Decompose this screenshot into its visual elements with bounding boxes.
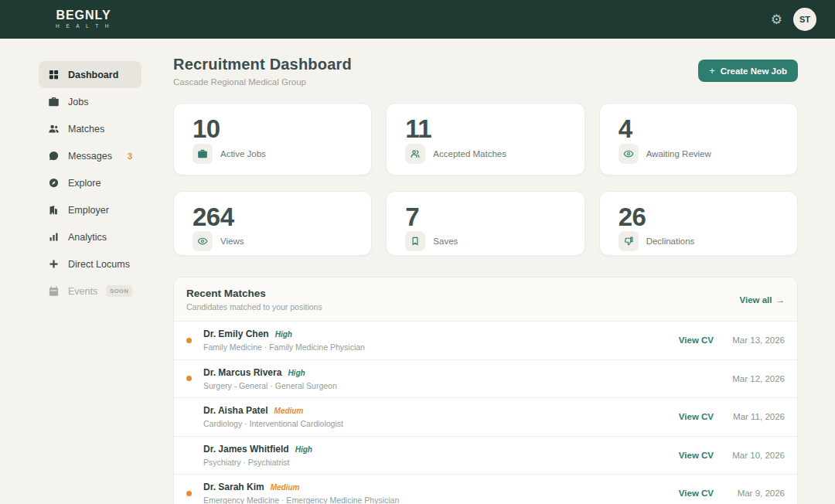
match-level: High: [288, 369, 305, 377]
briefcase-icon: [197, 148, 208, 159]
unread-dot: [186, 491, 192, 496]
sidebar-item-jobs[interactable]: Jobs: [39, 88, 141, 115]
match-level: High: [275, 330, 292, 339]
unread-dot: [186, 414, 192, 420]
stat-value: 7: [405, 203, 565, 231]
page-header: Recruitment Dashboard Cascade Regional M…: [173, 56, 798, 87]
soon-badge: SOON: [106, 285, 132, 297]
plus-icon: [48, 258, 60, 270]
stat-card-accepted-matches: 11 Accepted Matches: [386, 103, 584, 175]
brand-logo: BEGNLY H E A L T H: [56, 9, 111, 29]
stat-value: 26: [619, 203, 779, 231]
sidebar-item-label: Messages: [68, 151, 112, 162]
stat-card-saves: 7 Saves: [386, 191, 584, 256]
bookmark-icon: [410, 236, 421, 247]
match-date: Mar 12, 2026: [729, 374, 785, 383]
stat-card-declinations: 26 Declinations: [599, 191, 798, 256]
match-row[interactable]: Dr. Sarah Kim Medium Emergency Medicine …: [174, 475, 797, 504]
stat-label: Active Jobs: [220, 149, 266, 158]
stat-label: Saves: [433, 237, 458, 246]
stat-label: Accepted Matches: [433, 149, 506, 158]
sidebar-item-label: Analytics: [68, 232, 107, 243]
sidebar-item-employer[interactable]: Employer: [39, 196, 141, 223]
candidate-name: Dr. Aisha Patel: [203, 405, 268, 416]
eye-icon: [623, 148, 634, 159]
grid-icon: [48, 69, 60, 80]
unread-dot: [186, 338, 192, 343]
match-date: Mar 9, 2026: [729, 489, 785, 498]
sidebar-item-matches[interactable]: Matches: [39, 115, 141, 142]
candidate-name: Dr. James Whitfield: [203, 444, 289, 455]
candidate-detail: Surgery - General · General Surgeon: [203, 381, 729, 390]
match-date: Mar 10, 2026: [729, 451, 785, 460]
stat-value: 4: [619, 115, 779, 143]
unread-dot: [186, 376, 192, 381]
create-new-job-button[interactable]: + Create New Job: [698, 60, 798, 82]
view-cv-link[interactable]: View CV: [679, 335, 714, 345]
sidebar-item-label: Dashboard: [68, 70, 118, 80]
sidebar-item-label: Jobs: [68, 97, 88, 107]
match-row[interactable]: Dr. Marcus Rivera High Surgery - General…: [174, 360, 797, 399]
stat-label: Awaiting Review: [646, 149, 711, 158]
settings-gear-icon[interactable]: ⚙: [771, 12, 782, 28]
view-all-label: View all: [740, 295, 772, 305]
match-row[interactable]: Dr. Aisha Patel Medium Cardiology · Inte…: [174, 398, 797, 437]
building-icon: [48, 204, 60, 216]
sidebar-item-label: Explore: [68, 178, 101, 189]
match-level: High: [295, 445, 312, 454]
recent-matches-subtitle: Candidates matched to your positions: [186, 302, 322, 312]
briefcase-icon: [48, 96, 60, 107]
stats-grid: 10 Active Jobs 11 Accepted Matches 4 Awa…: [173, 103, 798, 256]
sidebar-item-messages[interactable]: Messages 3: [39, 142, 141, 169]
recent-matches-card: Recent Matches Candidates matched to you…: [173, 277, 798, 504]
eye-icon: [197, 236, 208, 247]
candidate-detail: Psychiatry · Psychiatrist: [203, 458, 679, 467]
candidate-name: Dr. Marcus Rivera: [203, 367, 281, 378]
sidebar-item-dashboard[interactable]: Dashboard: [39, 61, 141, 88]
match-row[interactable]: Dr. James Whitfield High Psychiatry · Ps…: [174, 437, 797, 475]
sidebar-item-label: Employer: [68, 205, 109, 216]
plus-icon: +: [709, 66, 715, 76]
create-new-job-label: Create New Job: [721, 66, 787, 76]
thumbs-down-icon: [623, 236, 634, 247]
sidebar-item-label: Events: [68, 286, 97, 297]
sidebar-item-analytics[interactable]: Analytics: [39, 223, 141, 250]
match-row[interactable]: Dr. Emily Chen High Family Medicine · Fa…: [174, 322, 797, 360]
bar-chart-icon: [48, 231, 60, 243]
recent-matches-title: Recent Matches: [186, 288, 322, 299]
view-cv-link[interactable]: View CV: [679, 451, 714, 460]
candidate-detail: Cardiology · Interventional Cardiologist: [203, 419, 679, 428]
sidebar-item-direct-locums[interactable]: Direct Locums: [39, 250, 141, 278]
sidebar: Dashboard Jobs Matches Messages 3 Explor…: [39, 61, 141, 504]
stat-card-views: 264 Views: [173, 191, 372, 256]
match-date: Mar 13, 2026: [729, 335, 785, 345]
logo-text: BEGNLY: [56, 9, 111, 22]
stat-card-active-jobs: 10 Active Jobs: [173, 103, 372, 175]
view-cv-link[interactable]: View CV: [679, 489, 714, 498]
message-icon: [48, 150, 60, 162]
sidebar-item-label: Matches: [68, 124, 104, 135]
main-content: Recruitment Dashboard Cascade Regional M…: [173, 39, 798, 504]
sidebar-item-events[interactable]: Events SOON: [39, 278, 141, 305]
candidate-detail: Family Medicine · Family Medicine Physic…: [203, 342, 679, 352]
view-cv-link[interactable]: View CV: [679, 412, 714, 421]
top-bar: BEGNLY H E A L T H ⚙ ST: [0, 0, 835, 39]
candidate-name: Dr. Sarah Kim: [203, 482, 264, 492]
stat-label: Declinations: [646, 237, 695, 246]
sidebar-item-explore[interactable]: Explore: [39, 169, 141, 196]
users-icon: [48, 123, 60, 135]
messages-count-badge: 3: [128, 152, 132, 161]
match-date: Mar 11, 2026: [729, 412, 785, 421]
stat-value: 264: [193, 203, 353, 231]
sidebar-item-label: Direct Locums: [68, 259, 130, 270]
user-avatar[interactable]: ST: [793, 8, 816, 31]
page-title: Recruitment Dashboard: [173, 56, 352, 73]
stat-card-awaiting-review: 4 Awaiting Review: [599, 103, 798, 175]
view-all-link[interactable]: View all →: [740, 295, 785, 305]
stat-value: 10: [193, 115, 353, 143]
calendar-icon: [48, 285, 60, 297]
candidate-detail: Emergency Medicine · Emergency Medicine …: [203, 495, 679, 504]
unread-dot: [186, 452, 192, 458]
candidate-name: Dr. Emily Chen: [203, 329, 269, 339]
recent-matches-header: Recent Matches Candidates matched to you…: [174, 278, 797, 322]
